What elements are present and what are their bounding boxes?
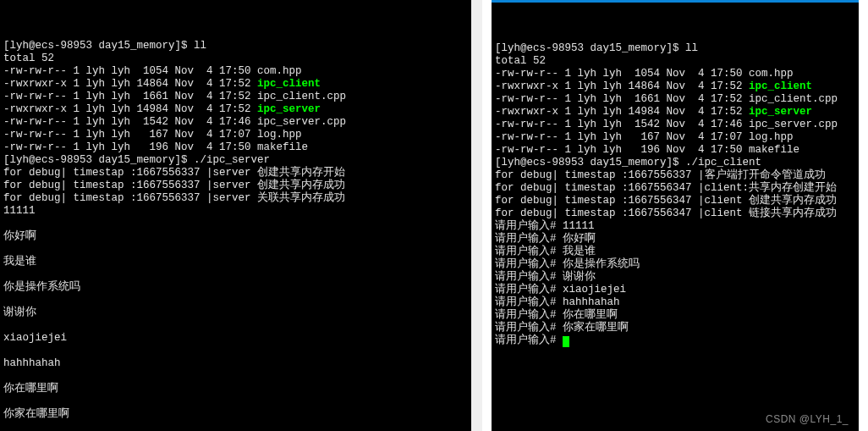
input-line: 请用户输入# xiaojiejei [495, 284, 855, 296]
ls-row: -rw-rw-r-- 1 lyh lyh 1054 Nov 4 17:50 co… [495, 68, 855, 80]
recv-line [3, 421, 479, 431]
ls-row: -rw-rw-r-- 1 lyh lyh 167 Nov 4 17:07 log… [495, 131, 855, 144]
debug-line: for debug| timestap :1667556347 |client … [495, 195, 855, 207]
recv-line [3, 218, 479, 230]
prompt-line: [lyh@ecs-98953 day15_memory]$ ll [3, 40, 479, 52]
ls-row: -rwxrwxr-x 1 lyh lyh 14984 Nov 4 17:52 i… [3, 103, 479, 116]
file-name: ipc_server [749, 106, 812, 118]
ls-row: -rwxrwxr-x 1 lyh lyh 14864 Nov 4 17:52 i… [495, 80, 855, 93]
terminal-right-content[interactable]: [lyh@ecs-98953 day15_memory]$ lltotal 52… [495, 42, 855, 347]
scrollbar-vertical[interactable] [471, 0, 482, 431]
input-line: 请用户输入# 你好啊 [495, 233, 855, 246]
recv-line: 11111 [3, 205, 479, 218]
recv-line [3, 319, 479, 332]
recv-line: 你在哪里啊 [3, 383, 479, 395]
debug-line: for debug| timestap :1667556337 |server … [3, 167, 479, 180]
debug-line: for debug| timestap :1667556337 |server … [3, 192, 479, 205]
terminal-right[interactable]: [lyh@ecs-98953 day15_memory]$ lltotal 52… [492, 0, 859, 431]
input-line-active[interactable]: 请用户输入# [495, 334, 855, 347]
watermark-text: CSDN @LYH_1_ [766, 413, 849, 426]
debug-line: for debug| timestap :1667556347 |client … [495, 207, 855, 220]
ls-row: -rw-rw-r-- 1 lyh lyh 167 Nov 4 17:07 log… [3, 129, 479, 141]
file-name: ipc_client [257, 78, 321, 90]
input-line: 请用户输入# hahhhahah [495, 296, 855, 309]
window-topbar [492, 0, 859, 3]
recv-line: xiaojiejei [3, 332, 479, 345]
recv-line [3, 268, 479, 281]
ls-row: -rw-rw-r-- 1 lyh lyh 196 Nov 4 17:50 mak… [3, 141, 479, 154]
ls-row: -rw-rw-r-- 1 lyh lyh 1054 Nov 4 17:50 co… [3, 65, 479, 78]
recv-line [3, 294, 479, 307]
recv-line: 谢谢你 [3, 307, 479, 319]
terminal-left[interactable]: [lyh@ecs-98953 day15_memory]$ lltotal 52… [0, 0, 492, 431]
recv-line [3, 370, 479, 383]
recv-line [3, 345, 479, 357]
recv-line [3, 243, 479, 256]
debug-line: for debug| timestap :1667556337 |客户端打开命令… [495, 169, 855, 182]
input-line: 请用户输入# 你是操作系统吗 [495, 258, 855, 271]
recv-line: 我是谁 [3, 256, 479, 268]
recv-line: 你家在哪里啊 [3, 408, 479, 421]
cursor-icon [563, 336, 569, 347]
ls-row: -rw-rw-r-- 1 lyh lyh 1661 Nov 4 17:52 ip… [495, 93, 855, 106]
input-line: 请用户输入# 你家在哪里啊 [495, 322, 855, 334]
recv-line: 你是操作系统吗 [3, 281, 479, 294]
file-name: ipc_server [257, 103, 321, 115]
file-name: ipc_client [749, 80, 812, 92]
prompt-line: [lyh@ecs-98953 day15_memory]$ ll [495, 42, 855, 55]
ls-row: -rw-rw-r-- 1 lyh lyh 1661 Nov 4 17:52 ip… [3, 91, 479, 103]
total-line: total 52 [495, 55, 855, 68]
prompt-line: [lyh@ecs-98953 day15_memory]$ ./ipc_clie… [495, 157, 855, 169]
input-line: 请用户输入# 我是谁 [495, 246, 855, 258]
recv-line: 你好啊 [3, 230, 479, 243]
debug-line: for debug| timestap :1667556347 |client:… [495, 182, 855, 195]
total-line: total 52 [3, 52, 479, 65]
input-line: 请用户输入# 谢谢你 [495, 271, 855, 284]
debug-line: for debug| timestap :1667556337 |server … [3, 180, 479, 192]
input-line: 请用户输入# 你在哪里啊 [495, 309, 855, 322]
ls-row: -rwxrwxr-x 1 lyh lyh 14984 Nov 4 17:52 i… [495, 106, 855, 119]
ls-row: -rw-rw-r-- 1 lyh lyh 196 Nov 4 17:50 mak… [495, 144, 855, 157]
ls-row: -rw-rw-r-- 1 lyh lyh 1542 Nov 4 17:46 ip… [3, 116, 479, 129]
recv-line [3, 395, 479, 408]
input-line: 请用户输入# 11111 [495, 220, 855, 233]
ls-row: -rw-rw-r-- 1 lyh lyh 1542 Nov 4 17:46 ip… [495, 119, 855, 131]
terminal-left-content[interactable]: [lyh@ecs-98953 day15_memory]$ lltotal 52… [3, 40, 479, 431]
recv-line: hahhhahah [3, 357, 479, 370]
prompt-line: [lyh@ecs-98953 day15_memory]$ ./ipc_serv… [3, 154, 479, 167]
ls-row: -rwxrwxr-x 1 lyh lyh 14864 Nov 4 17:52 i… [3, 78, 479, 91]
